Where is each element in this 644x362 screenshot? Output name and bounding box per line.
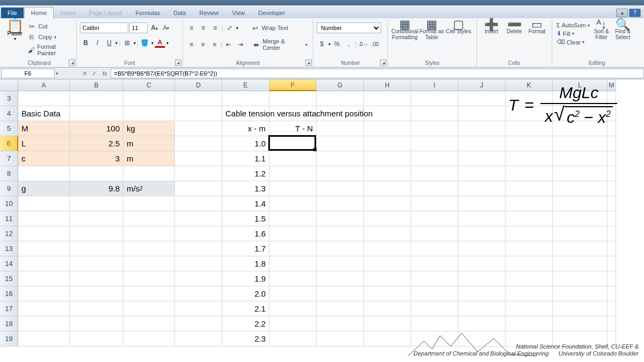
cell-L15[interactable] [553,271,608,286]
row-header-12[interactable]: 12 [0,226,18,241]
font-color-button[interactable]: A [155,39,165,48]
cell-I5[interactable] [411,121,458,136]
font-size-select[interactable] [129,23,148,33]
cell-L12[interactable] [553,226,608,241]
clear-button[interactable]: ⌫Clear ▾ [555,38,591,46]
cell-A8[interactable] [18,166,70,181]
chevron-down-icon[interactable]: ▾ [14,36,16,41]
cell-A7[interactable]: c [18,151,70,166]
cell-L8[interactable] [553,166,608,181]
number-dialog-icon[interactable]: ◢ [380,60,386,66]
cell-B16[interactable] [70,286,123,301]
cell-D9[interactable] [175,181,222,196]
cancel-formula-icon[interactable]: ✕ [80,70,90,77]
fill-button[interactable]: ⬇Fill ▾ [555,29,591,38]
cell-L11[interactable] [553,211,608,226]
cell-J18[interactable] [458,316,506,331]
cell-A17[interactable] [18,301,70,316]
cell-D12[interactable] [175,226,222,241]
tab-formulas[interactable]: Formulas [129,8,166,18]
cell-I16[interactable] [411,286,458,301]
name-box[interactable] [1,69,55,78]
cell-E8[interactable]: 1.2 [222,166,269,181]
enter-formula-icon[interactable]: ✓ [90,70,99,77]
cell-D7[interactable] [175,151,222,166]
cell-styles-button[interactable]: ▢Cell Styles [445,20,472,40]
col-header-H[interactable]: H [364,79,411,91]
cell-A18[interactable] [18,316,70,331]
alignment-dialog-icon[interactable]: ◢ [305,60,312,66]
cell-I7[interactable] [411,151,458,166]
cell-D14[interactable] [175,256,222,271]
cell-M17[interactable] [608,301,616,316]
cell-E4[interactable]: Cable tension versus attachment position [222,106,269,121]
col-header-J[interactable]: J [458,79,506,91]
cell-K8[interactable] [506,166,553,181]
col-header-F[interactable]: F [269,79,317,91]
conditional-formatting-button[interactable]: ▦Conditional Formatting [391,20,418,40]
cell-J4[interactable] [458,106,506,121]
cell-B8[interactable] [70,166,123,181]
tab-file[interactable]: File [1,8,24,18]
cell-E9[interactable]: 1.3 [222,181,269,196]
cell-G12[interactable] [317,226,364,241]
cell-I17[interactable] [411,301,458,316]
col-header-I[interactable]: I [411,79,458,91]
name-box-dropdown-icon[interactable]: ▾ [56,71,58,76]
cell-D10[interactable] [175,196,222,211]
cell-B17[interactable] [70,301,123,316]
cell-G6[interactable] [317,136,364,151]
row-header-11[interactable]: 11 [0,211,18,226]
cell-F3[interactable] [269,91,317,106]
cell-H10[interactable] [364,196,411,211]
align-middle-icon[interactable]: ≡ [198,23,209,33]
cell-E13[interactable]: 1.7 [222,241,269,256]
cell-C3[interactable] [123,91,175,106]
cell-I18[interactable] [411,316,458,331]
cell-M15[interactable] [608,271,616,286]
cell-B11[interactable] [70,211,123,226]
cell-E18[interactable]: 2.2 [222,316,269,331]
cell-G7[interactable] [317,151,364,166]
shrink-font-icon[interactable]: A▾ [160,23,171,33]
cell-M14[interactable] [608,256,616,271]
cell-C6[interactable]: m [123,136,175,151]
cell-L16[interactable] [553,286,608,301]
cell-H9[interactable] [364,181,411,196]
underline-button[interactable]: U [104,38,114,48]
cell-M10[interactable] [608,196,616,211]
align-right-icon[interactable]: ≡ [209,39,220,50]
cell-E16[interactable]: 2.0 [222,286,269,301]
tab-pagelayout[interactable]: Page Layout [83,8,129,18]
tab-developer[interactable]: Developer [252,8,291,18]
cell-A5[interactable]: M [18,121,70,136]
row-header-4[interactable]: 4 [0,106,18,121]
comma-icon[interactable]: , [343,39,354,49]
cell-F5[interactable]: T - N [269,121,317,136]
cell-K17[interactable] [506,301,553,316]
cell-B7[interactable]: 3 [70,151,123,166]
row-header-19[interactable]: 19 [0,331,18,346]
cell-J7[interactable] [458,151,506,166]
cell-J5[interactable] [458,121,506,136]
cell-E3[interactable] [222,91,269,106]
cell-A19[interactable] [18,331,70,346]
cell-E11[interactable]: 1.5 [222,211,269,226]
cell-E7[interactable]: 1.1 [222,151,269,166]
cell-C12[interactable] [123,226,175,241]
cell-G14[interactable] [317,256,364,271]
cell-C5[interactable]: kg [123,121,175,136]
cell-H6[interactable] [364,136,411,151]
cell-H18[interactable] [364,316,411,331]
cell-D17[interactable] [175,301,222,316]
cell-B14[interactable] [70,256,123,271]
cell-A3[interactable] [18,91,70,106]
cell-F12[interactable] [269,226,317,241]
cell-E14[interactable]: 1.8 [222,256,269,271]
cell-E17[interactable]: 2.1 [222,301,269,316]
cell-D16[interactable] [175,286,222,301]
row-header-6[interactable]: 6 [0,136,18,151]
cell-A4[interactable]: Basic Data [18,106,70,121]
fill-color-button[interactable]: 🪣 [140,38,150,48]
cell-L18[interactable] [553,316,608,331]
